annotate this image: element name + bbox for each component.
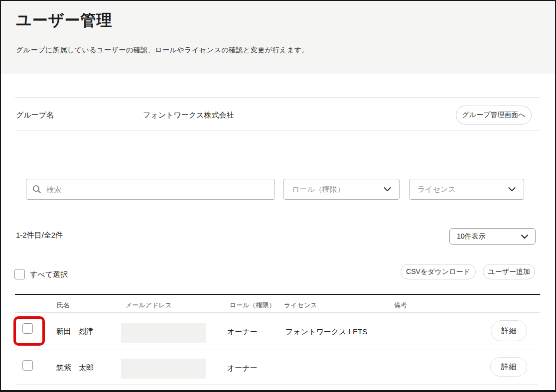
select-all-checkbox[interactable]: [14, 269, 25, 279]
column-header-role: ロール（権限）: [230, 301, 276, 310]
group-name-label: グループ名: [16, 111, 54, 120]
user-name: 筑紫 太郎: [56, 363, 94, 373]
page-title: ユーザー管理: [16, 10, 112, 31]
group-manage-button[interactable]: グループ管理画面へ: [456, 106, 532, 125]
detail-button[interactable]: 詳細: [490, 357, 527, 377]
user-license: フォントワークス LETS: [285, 327, 367, 337]
table-bottom-border: [15, 385, 538, 385]
page-size-value: 10件表示: [457, 232, 486, 241]
column-header-name: 氏名: [57, 301, 70, 310]
license-filter-dropdown[interactable]: ライセンス: [409, 179, 524, 200]
column-header-license: ライセンス: [284, 301, 317, 310]
select-all-label: すべて選択: [30, 270, 68, 279]
row-divider: [15, 350, 540, 350]
redacted-email: [121, 323, 206, 343]
chevron-down-icon: [508, 187, 516, 192]
row-checkbox[interactable]: [22, 323, 33, 334]
user-role: オーナー: [227, 327, 258, 337]
divider: [15, 312, 540, 313]
column-header-note: 備考: [394, 301, 407, 310]
user-management-page: ユーザー管理 グループに所属しているユーザーの確認、ロールやライセンスの確認と変…: [0, 0, 556, 392]
row-checkbox[interactable]: [22, 360, 33, 371]
table-top-border: [15, 294, 540, 295]
user-name: 新田 烈津: [56, 327, 94, 336]
group-name-value: フォントワークス株式会社: [143, 111, 234, 120]
role-filter-dropdown[interactable]: ロール（権限）: [283, 179, 400, 200]
chevron-down-icon: [384, 187, 391, 192]
chevron-down-icon: [521, 235, 528, 239]
result-count: 1-2件目/全2件: [16, 231, 63, 240]
search-input[interactable]: [46, 185, 269, 194]
add-user-button[interactable]: ユーザー追加: [483, 264, 535, 279]
search-icon: [32, 185, 41, 194]
divider: [15, 97, 540, 98]
divider: [15, 130, 540, 131]
csv-download-button[interactable]: CSVをダウンロード: [401, 264, 476, 279]
page-size-dropdown[interactable]: 10件表示: [449, 228, 536, 245]
column-header-email: メールアドレス: [126, 301, 172, 310]
redacted-email: [121, 359, 206, 379]
license-filter-label: ライセンス: [417, 185, 456, 194]
detail-button[interactable]: 詳細: [491, 320, 527, 341]
search-field[interactable]: [26, 179, 275, 200]
page-subtitle: グループに所属しているユーザーの確認、ロールやライセンスの確認と変更が行えます。: [16, 46, 309, 55]
user-role: オーナー: [227, 364, 258, 373]
role-filter-label: ロール（権限）: [292, 185, 345, 194]
